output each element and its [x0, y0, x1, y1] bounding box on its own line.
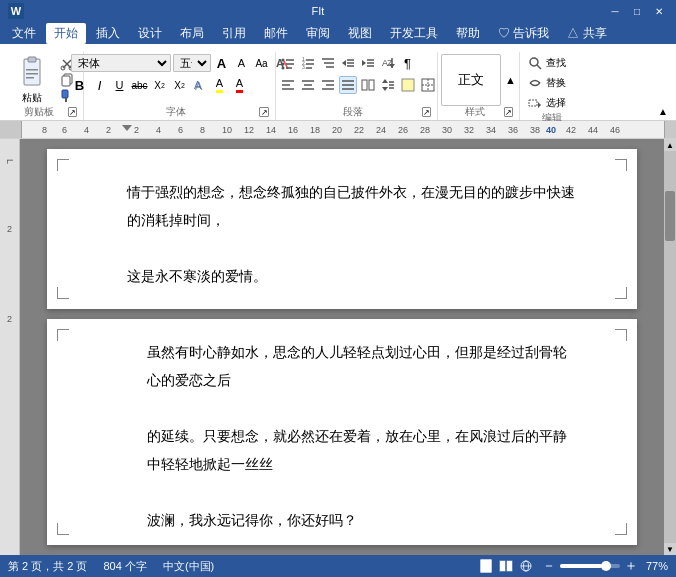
- decrease-indent-button[interactable]: [339, 54, 357, 72]
- zoom-track[interactable]: [560, 564, 620, 568]
- text-effect-button[interactable]: A: [191, 76, 209, 94]
- vertical-scrollbar[interactable]: ▲ ▼: [664, 139, 676, 555]
- ruler-content: 8 6 4 2 2 4 6 8 10 12 14 16 18 20 22 24 …: [22, 121, 664, 138]
- svg-marker-58: [382, 87, 388, 91]
- justify-button[interactable]: [339, 76, 357, 94]
- font-name-select[interactable]: 宋体: [71, 54, 171, 72]
- menu-layout[interactable]: 布局: [172, 23, 212, 44]
- minimize-button[interactable]: ─: [606, 3, 624, 19]
- line-spacing-button[interactable]: [379, 76, 397, 94]
- menu-home[interactable]: 开始: [46, 23, 86, 44]
- paragraph-expand[interactable]: ↗: [422, 107, 431, 117]
- zoom-in-button[interactable]: ＋: [624, 557, 638, 575]
- select-button[interactable]: 选择: [527, 94, 577, 112]
- styles-expand[interactable]: ↗: [504, 107, 513, 117]
- normal-style-label: 正文: [458, 71, 484, 89]
- svg-line-67: [537, 65, 541, 69]
- font-shrink-button[interactable]: A: [233, 54, 251, 72]
- borders-button[interactable]: [419, 76, 437, 94]
- zoom-control: － ＋: [542, 557, 638, 575]
- find-button[interactable]: 查找: [527, 54, 577, 72]
- ribbon-content: 粘贴: [0, 44, 676, 120]
- menu-insert[interactable]: 插入: [88, 23, 128, 44]
- menu-view[interactable]: 视图: [340, 23, 380, 44]
- svg-rect-62: [402, 79, 414, 91]
- font-color-button[interactable]: A: [231, 76, 249, 94]
- ruler-num: 40: [546, 125, 556, 135]
- sort-button[interactable]: A Z: [379, 54, 397, 72]
- collapse-ribbon-button[interactable]: ▲: [654, 102, 672, 120]
- page-1-content[interactable]: 情于强烈的想念，想念终孤独的自已披件外衣，在漫无目的的踱步中快速的消耗掉时间， …: [47, 149, 637, 321]
- font-grow-button[interactable]: A: [213, 54, 231, 72]
- normal-style[interactable]: 正文: [441, 54, 501, 106]
- multilevel-button[interactable]: [319, 54, 337, 72]
- font-size-select[interactable]: 五号: [173, 54, 211, 72]
- restore-button[interactable]: □: [628, 3, 646, 19]
- menu-help[interactable]: 帮助: [448, 23, 488, 44]
- page-2-content[interactable]: 虽然有时心静如水，思念的人儿轻轻点划过心田，但那是经过刮骨轮心的爱恋之后 的延续…: [47, 319, 637, 555]
- select-label: 选择: [546, 96, 566, 110]
- svg-rect-73: [507, 561, 512, 571]
- menu-share[interactable]: △ 共享: [559, 23, 614, 44]
- ruler-num: 30: [442, 125, 452, 135]
- underline-button[interactable]: U: [111, 76, 129, 94]
- font-expand[interactable]: ↗: [259, 107, 269, 117]
- paste-button[interactable]: 粘贴: [10, 54, 54, 106]
- menu-file[interactable]: 文件: [4, 23, 44, 44]
- menu-mail[interactable]: 邮件: [256, 23, 296, 44]
- ribbon: 粘贴: [0, 44, 676, 121]
- menu-dev[interactable]: 开发工具: [382, 23, 446, 44]
- numbering-button[interactable]: 1. 2. 3.: [299, 54, 317, 72]
- document-scroll-area[interactable]: 情于强烈的想念，想念终孤独的自已披件外衣，在漫无目的的踱步中快速的消耗掉时间， …: [20, 139, 664, 555]
- menu-tell[interactable]: ♡ 告诉我: [490, 23, 557, 44]
- view-buttons: [478, 559, 534, 573]
- corner-tl-1: [57, 159, 69, 171]
- ruler-marks: 8 6 4 2 2 4 6 8 10 12 14 16 18 20 22 24 …: [22, 121, 664, 138]
- style-scroll-up[interactable]: ▲: [503, 71, 519, 89]
- scrollbar-thumb[interactable]: [665, 191, 675, 241]
- page1-para1: 情于强烈的想念，想念终孤独的自已披件外衣，在漫无目的的踱步中快速的消耗掉时间，: [127, 179, 577, 235]
- corner-tr-2: [615, 329, 627, 341]
- svg-marker-57: [382, 79, 388, 83]
- scrollbar-down-button[interactable]: ▼: [664, 543, 676, 555]
- bullets-button[interactable]: [279, 54, 297, 72]
- bold-button[interactable]: B: [71, 76, 89, 94]
- align-center-button[interactable]: [299, 76, 317, 94]
- svg-marker-69: [538, 102, 541, 108]
- menu-references[interactable]: 引用: [214, 23, 254, 44]
- ruler: 8 6 4 2 2 4 6 8 10 12 14 16 18 20 22 24 …: [0, 121, 676, 139]
- zoom-thumb[interactable]: [601, 561, 611, 571]
- replace-button[interactable]: 替换: [527, 74, 577, 92]
- svg-rect-70: [481, 560, 491, 572]
- align-right-button[interactable]: [319, 76, 337, 94]
- show-marks-button[interactable]: ¶: [399, 54, 417, 72]
- zoom-out-button[interactable]: －: [542, 557, 556, 575]
- svg-rect-55: [362, 80, 367, 90]
- window-controls: ─ □ ✕: [606, 3, 668, 19]
- increase-indent-button[interactable]: [359, 54, 377, 72]
- case-button[interactable]: Aa: [253, 54, 271, 72]
- strikethrough-button[interactable]: abc: [131, 76, 149, 94]
- find-label: 查找: [546, 56, 566, 70]
- menu-design[interactable]: 设计: [130, 23, 170, 44]
- superscript-button[interactable]: X2: [171, 76, 189, 94]
- ruler-num: 2: [134, 125, 139, 135]
- scrollbar-up-button[interactable]: ▲: [664, 139, 676, 151]
- subscript-button[interactable]: X2: [151, 76, 169, 94]
- menu-review[interactable]: 审阅: [298, 23, 338, 44]
- align-left-button[interactable]: [279, 76, 297, 94]
- clipboard-expand[interactable]: ↗: [68, 107, 77, 117]
- para-row1: 1. 2. 3.: [279, 54, 417, 72]
- close-button[interactable]: ✕: [650, 3, 668, 19]
- print-view-button[interactable]: [478, 559, 494, 573]
- highlight-color-button[interactable]: A: [211, 76, 229, 94]
- clipboard-footer: 剪贴板 ↗: [10, 106, 77, 120]
- svg-marker-31: [342, 60, 346, 66]
- italic-button[interactable]: I: [91, 76, 109, 94]
- web-view-button[interactable]: [518, 559, 534, 573]
- replace-label: 替换: [546, 76, 566, 90]
- column-button[interactable]: [359, 76, 377, 94]
- shading-button[interactable]: [399, 76, 417, 94]
- read-view-button[interactable]: [498, 559, 514, 573]
- menu-bar: 文件 开始 插入 设计 布局 引用 邮件 审阅 视图 开发工具 帮助 ♡ 告诉我…: [0, 22, 676, 44]
